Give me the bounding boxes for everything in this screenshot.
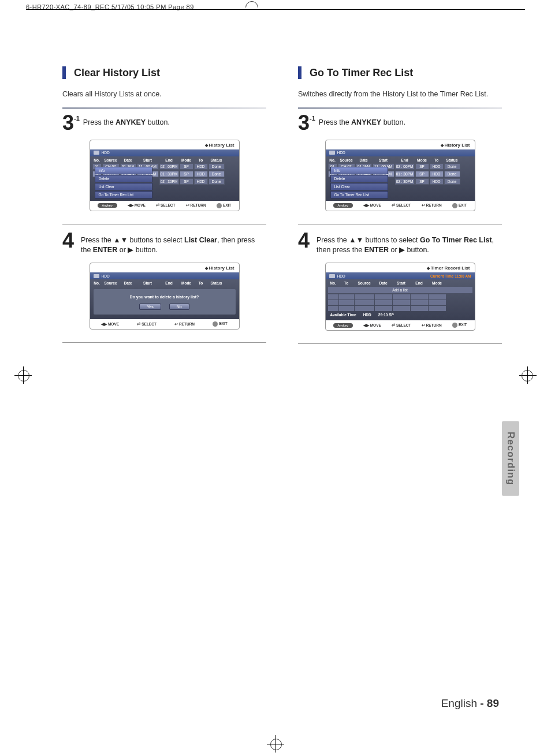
osd-delete-dialog: History List HDD No.SourceDateStartEndMo… bbox=[90, 263, 240, 330]
step-4: 4 Press the ▲▼ buttons to select Go To T… bbox=[298, 233, 502, 255]
scissors-icon bbox=[94, 151, 99, 155]
clock-icon bbox=[329, 274, 335, 278]
current-time: Current Time 11:00 AM bbox=[430, 274, 471, 278]
osd-timer-record-list: Timer Record List HDD Current Time 11:00… bbox=[325, 263, 475, 331]
scissors-icon bbox=[329, 151, 335, 155]
divider-thin bbox=[298, 343, 502, 344]
column-right: Go To Timer Rec List Switches directly f… bbox=[298, 66, 502, 352]
dialog-yes-button[interactable]: Yes bbox=[139, 304, 161, 310]
step-4: 4 Press the ▲▼ buttons to select List Cl… bbox=[62, 233, 266, 255]
osd-context-menu: Info Delete List Clear Go To Timer Rec L… bbox=[330, 167, 388, 199]
divider-thin bbox=[62, 224, 266, 224]
divider bbox=[298, 107, 502, 109]
add-a-list-row[interactable]: Add a list bbox=[328, 287, 472, 293]
scissors-icon bbox=[94, 274, 99, 278]
dialog-no-button[interactable]: No bbox=[169, 304, 189, 310]
section-title-clear-history: Clear History List bbox=[62, 66, 266, 79]
step-3-1: 3-1 Press the ANYKEY button. bbox=[62, 115, 266, 132]
section-title-goto-timer: Go To Timer Rec List bbox=[298, 66, 502, 79]
step-3-1: 3-1 Press the ANYKEY button. bbox=[298, 115, 502, 132]
crop-mark-right bbox=[519, 375, 537, 376]
section-desc: Clears all History Lists at once. bbox=[62, 89, 266, 99]
page-footer: English - 89 bbox=[441, 697, 499, 710]
divider bbox=[62, 107, 266, 109]
divider-thin bbox=[62, 342, 266, 343]
section-desc: Switches directly from the History List … bbox=[298, 89, 502, 99]
crop-mark-left bbox=[14, 375, 32, 376]
osd-history-list-menu: History List HDD No.SourceDateStartEndMo… bbox=[90, 140, 240, 211]
column-left: Clear History List Clears all History Li… bbox=[62, 66, 266, 352]
dialog-text: Do you want to delete a history list? bbox=[97, 295, 232, 299]
osd-history-list-menu: History List HDD No.SourceDateStartEndMo… bbox=[325, 140, 475, 211]
divider-thin bbox=[298, 224, 502, 224]
side-tab-recording: Recording bbox=[502, 421, 519, 496]
header-rule bbox=[26, 9, 525, 10]
osd-context-menu: Info Delete List Clear Go To Timer Rec L… bbox=[95, 167, 152, 199]
crop-mark-bottom bbox=[267, 744, 284, 744]
